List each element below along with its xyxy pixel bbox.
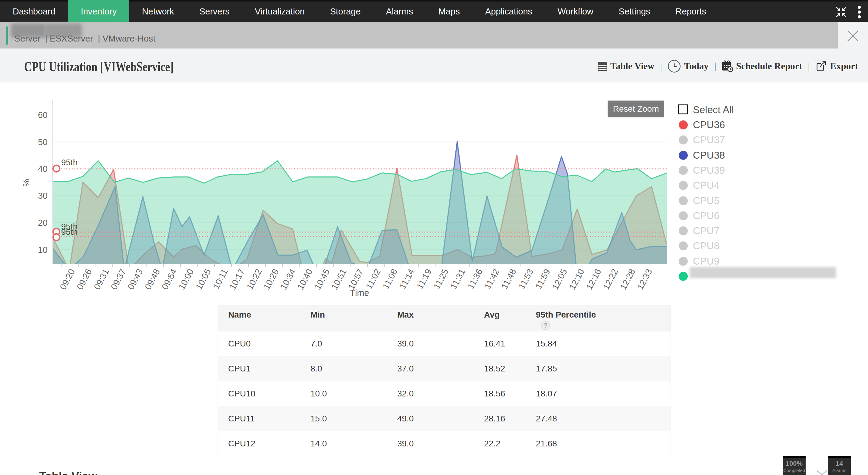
svg-text:11:14: 11:14: [398, 267, 416, 291]
svg-text:11:36: 11:36: [466, 267, 484, 291]
svg-text:09:54: 09:54: [160, 267, 179, 291]
svg-text:60: 60: [38, 110, 48, 120]
svg-text:10:34: 10:34: [278, 267, 297, 291]
svg-text:Time: Time: [350, 288, 369, 298]
svg-text:%: %: [22, 179, 31, 186]
svg-text:10:28: 10:28: [261, 267, 280, 291]
svg-text:10:45: 10:45: [313, 267, 331, 291]
svg-text:09:43: 09:43: [126, 267, 144, 291]
svg-text:09:31: 09:31: [92, 267, 111, 291]
svg-text:50: 50: [38, 137, 48, 147]
svg-text:11:25: 11:25: [432, 267, 450, 291]
svg-text:10:51: 10:51: [330, 267, 348, 291]
svg-text:11:08: 11:08: [381, 267, 399, 291]
svg-text:09:20: 09:20: [58, 267, 76, 291]
svg-text:10:05: 10:05: [194, 267, 213, 291]
svg-text:10:17: 10:17: [227, 267, 246, 291]
svg-text:11:31: 11:31: [448, 267, 467, 291]
svg-text:12:10: 12:10: [567, 267, 586, 291]
svg-text:12:28: 12:28: [618, 267, 637, 291]
svg-text:10:11: 10:11: [211, 267, 229, 291]
svg-text:09:37: 09:37: [109, 267, 127, 291]
svg-text:30: 30: [38, 191, 48, 201]
svg-text:11:42: 11:42: [483, 267, 501, 291]
svg-text:09:26: 09:26: [75, 267, 93, 291]
svg-text:95th: 95th: [61, 158, 78, 167]
svg-text:10:57: 10:57: [346, 267, 365, 291]
svg-text:20: 20: [38, 218, 48, 228]
svg-text:12:33: 12:33: [635, 267, 654, 291]
svg-text:10:00: 10:00: [177, 267, 195, 291]
svg-text:11:59: 11:59: [533, 267, 552, 291]
svg-text:11:19: 11:19: [415, 267, 433, 291]
svg-text:11:02: 11:02: [364, 267, 382, 291]
svg-text:Reset Zoom: Reset Zoom: [613, 104, 659, 113]
svg-text:95th: 95th: [61, 227, 78, 237]
svg-text:12:16: 12:16: [584, 267, 603, 291]
svg-text:12:22: 12:22: [601, 267, 620, 291]
svg-text:10:22: 10:22: [245, 267, 264, 291]
svg-text:40: 40: [38, 164, 48, 174]
svg-text:09:48: 09:48: [143, 267, 161, 291]
svg-text:10:40: 10:40: [296, 267, 314, 291]
svg-text:11:48: 11:48: [499, 267, 518, 291]
svg-text:12:05: 12:05: [550, 267, 569, 291]
svg-text:11:53: 11:53: [517, 267, 535, 291]
svg-text:10: 10: [38, 245, 48, 255]
